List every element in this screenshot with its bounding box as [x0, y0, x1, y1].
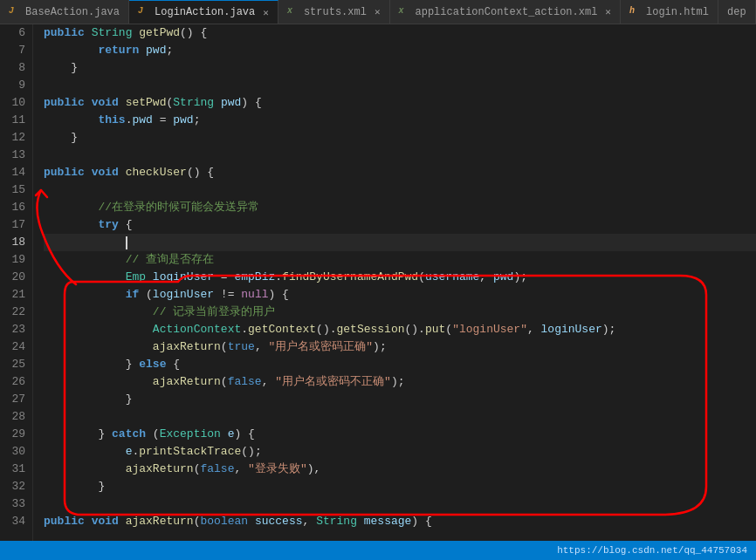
punct: !=	[214, 286, 241, 304]
indent	[44, 269, 126, 286]
line-num: 27	[0, 391, 25, 408]
tab-dep[interactable]: dep	[718, 0, 756, 24]
boolean: true	[228, 338, 255, 356]
keyword: else	[139, 356, 166, 373]
code-line: e.printStackTrace();	[44, 443, 756, 461]
tab-close-icon[interactable]: ✕	[375, 6, 381, 17]
punct: (	[445, 321, 452, 338]
tab-loginaction[interactable]: J LoginAction.java ✕	[129, 0, 278, 24]
tab-label: applicationContext_action.xml	[416, 6, 598, 18]
code-area[interactable]: public String getPwd() { return pwd; } p…	[33, 24, 756, 541]
variable: username	[425, 269, 479, 286]
code-line: Emp loginUser = empBiz.findByUsernameAnd…	[44, 269, 756, 286]
method: put	[425, 321, 445, 338]
keyword: void	[92, 513, 119, 530]
variable: pwd	[146, 42, 166, 59]
variable: message	[364, 513, 412, 530]
punct: ,	[479, 269, 493, 286]
punct: ,	[527, 321, 541, 338]
keyword: if	[126, 286, 140, 304]
punct: }	[71, 129, 78, 147]
tab-baseaction[interactable]: J BaseAction.java	[0, 0, 129, 24]
code-line: public void checkUser() {	[44, 164, 756, 181]
punct: ,	[262, 373, 276, 391]
keyword: return	[98, 42, 139, 59]
type: String	[173, 94, 214, 112]
punct: () {	[180, 24, 207, 42]
indent	[44, 478, 98, 495]
xml-icon: x	[399, 6, 411, 18]
indent	[44, 59, 71, 77]
string-cn: "用户名或密码正确"	[268, 338, 373, 356]
punct: (	[194, 461, 201, 478]
indent	[44, 286, 126, 304]
punct: =	[214, 269, 234, 286]
code-line: ajaxReturn(true, "用户名或密码正确");	[44, 338, 756, 356]
line-num: 28	[0, 408, 25, 426]
punct: (	[221, 338, 228, 356]
method: ajaxReturn	[126, 461, 194, 478]
punct: }	[71, 59, 78, 77]
type: ActionContext	[153, 321, 241, 338]
punct: (	[139, 286, 153, 304]
variable: loginUser	[153, 269, 214, 286]
code-line: }	[44, 129, 756, 147]
punct: (	[221, 373, 228, 391]
indent	[44, 356, 126, 373]
line-num: 32	[0, 478, 25, 495]
status-bar: https://blog.csdn.net/qq_44757034	[0, 541, 756, 560]
variable: e	[126, 443, 133, 461]
line-num: 33	[0, 495, 25, 513]
tab-bar: J BaseAction.java J LoginAction.java ✕ x…	[0, 0, 756, 24]
code-line	[44, 77, 756, 94]
indent	[44, 129, 71, 147]
comment: //在登录的时候可能会发送异常	[98, 199, 259, 216]
code-line: }	[44, 59, 756, 77]
line-num: 6	[0, 24, 25, 42]
keyword: public	[44, 164, 85, 181]
url-display: https://blog.csdn.net/qq_44757034	[557, 545, 747, 556]
punct: );	[373, 338, 387, 356]
punct: ) {	[269, 286, 289, 304]
line-num: 25	[0, 356, 25, 373]
line-num: 20	[0, 269, 25, 286]
tab-close-icon[interactable]: ✕	[605, 6, 611, 17]
method: ajaxReturn	[126, 513, 194, 530]
code-line: return pwd;	[44, 42, 756, 59]
line-num: 13	[0, 147, 25, 164]
punct: ().	[405, 321, 425, 338]
line-num: 15	[0, 181, 25, 199]
code-line: ajaxReturn(false, "用户名或密码不正确");	[44, 373, 756, 391]
param: pwd	[221, 94, 241, 112]
code-line: try {	[44, 216, 756, 234]
html-icon: h	[629, 6, 642, 18]
method: ajaxReturn	[153, 338, 221, 356]
keyword: void	[92, 164, 119, 181]
indent	[44, 251, 126, 269]
tab-struts[interactable]: x struts.xml ✕	[278, 0, 390, 24]
keyword: public	[44, 513, 85, 530]
variable: pwd	[493, 269, 513, 286]
tab-label: login.html	[646, 6, 709, 18]
tab-appcontext[interactable]: x applicationContext_action.xml ✕	[390, 0, 621, 24]
keyword: void	[92, 94, 119, 112]
tab-login-html[interactable]: h login.html	[621, 0, 718, 24]
editor: 6 7 8 9 10 11 12 13 14 15 16 17 18 19 20…	[0, 24, 756, 541]
punct: }	[126, 391, 133, 408]
method: printStackTrace	[139, 443, 241, 461]
punct: ),	[307, 461, 321, 478]
line-num: 34	[0, 513, 25, 530]
type: String	[316, 513, 357, 530]
text-cursor	[126, 236, 127, 249]
indent	[44, 234, 126, 251]
variable: success	[255, 513, 303, 530]
punct: }	[98, 478, 105, 495]
line-num: 11	[0, 112, 25, 129]
tab-close-icon[interactable]: ✕	[263, 7, 269, 18]
code-line: if (loginUser != null) {	[44, 286, 756, 304]
punct: (	[194, 513, 201, 530]
keyword-null: null	[241, 286, 268, 304]
punct: .	[275, 269, 282, 286]
indent	[44, 321, 153, 338]
punct: () {	[187, 164, 214, 181]
